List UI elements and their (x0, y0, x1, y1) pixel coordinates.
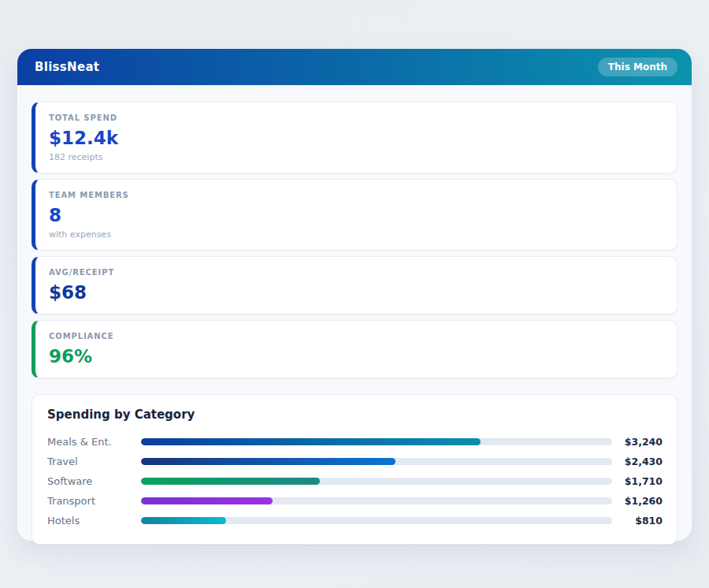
category-label: Travel (47, 456, 141, 467)
bar-fill (141, 497, 273, 504)
category-value: $1,260 (612, 495, 663, 507)
bar-track (141, 478, 612, 485)
stat-value: $12.4k (49, 126, 663, 150)
chart-row: Travel$2,430 (47, 452, 663, 471)
stats-section: TOTAL SPEND$12.4k182 receiptsTEAM MEMBER… (17, 85, 692, 378)
stat-sub: 182 receipts (49, 152, 663, 163)
chart-row: Meals & Ent.$3,240 (47, 432, 663, 452)
stat-label: COMPLIANCE (49, 331, 663, 341)
stat-card-team-members: TEAM MEMBERS8with expenses (32, 179, 677, 251)
stat-sub: with expenses (49, 229, 663, 240)
bar-fill (141, 438, 481, 445)
category-label: Meals & Ent. (47, 436, 141, 448)
bar-track (141, 438, 612, 445)
dashboard-container: BlissNeat This Month TOTAL SPEND$12.4k18… (17, 49, 692, 541)
chart-title: Spending by Category (47, 408, 663, 422)
category-value: $1,710 (612, 475, 663, 487)
category-label: Hotels (47, 515, 141, 527)
stat-label: TOTAL SPEND (49, 113, 663, 123)
period-badge[interactable]: This Month (598, 58, 677, 76)
chart-rows: Meals & Ent.$3,240Travel$2,430Software$1… (47, 432, 663, 530)
category-label: Transport (47, 495, 141, 507)
category-value: $3,240 (612, 436, 663, 448)
bar-fill (141, 458, 395, 465)
chart-row: Software$1,710 (47, 471, 663, 491)
chart-row: Hotels$810 (47, 511, 663, 530)
app-title: BlissNeat (35, 60, 99, 74)
bar-fill (141, 478, 320, 485)
bar-track (141, 517, 612, 524)
spending-chart-card: Spending by Category Meals & Ent.$3,240T… (32, 394, 677, 545)
stat-label: AVG/RECEIPT (49, 267, 663, 277)
app-header: BlissNeat This Month (17, 49, 692, 85)
category-label: Software (47, 475, 141, 487)
bar-fill (141, 517, 226, 524)
stat-card-avg-receipt: AVG/RECEIPT$68 (32, 256, 677, 314)
chart-row: Transport$1,260 (47, 491, 663, 511)
bar-track (141, 458, 612, 465)
stat-label: TEAM MEMBERS (49, 190, 663, 200)
category-value: $810 (612, 515, 663, 527)
stat-value: 96% (49, 344, 663, 368)
category-value: $2,430 (612, 456, 663, 467)
stat-value: 8 (49, 203, 663, 227)
stat-card-compliance: COMPLIANCE96% (32, 320, 677, 378)
stat-card-total-spend: TOTAL SPEND$12.4k182 receipts (32, 102, 677, 173)
bar-track (141, 497, 612, 504)
stat-value: $68 (49, 281, 663, 304)
